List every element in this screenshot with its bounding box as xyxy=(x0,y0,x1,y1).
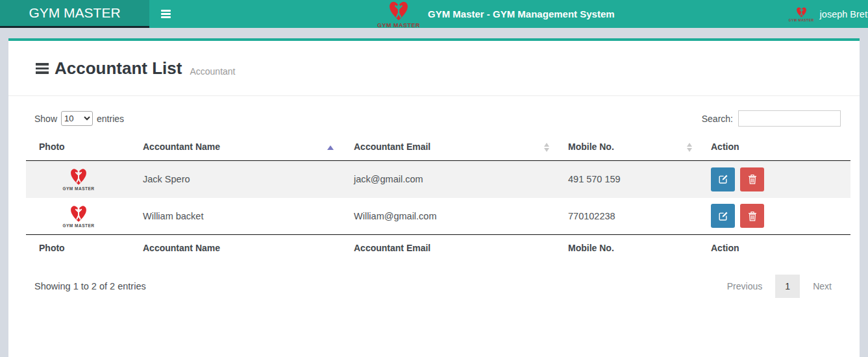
content-card: Accountant List Accountant Show 10 entri… xyxy=(8,38,860,357)
navbar-center: GYM MASTER GYM Master - GYM Management S… xyxy=(377,0,615,28)
column-header-mobile[interactable]: Mobile No. xyxy=(555,135,698,161)
sidebar-toggle-icon[interactable] xyxy=(158,7,173,21)
entries-info: Showing 1 to 2 of 2 entries xyxy=(34,281,146,291)
cell-mobile: 491 570 159 xyxy=(555,161,698,198)
next-page-button[interactable]: Next xyxy=(804,275,841,297)
entries-select[interactable]: 10 xyxy=(61,111,93,126)
app-title: GYM Master - GYM Management System xyxy=(428,8,615,19)
edit-pencil-icon xyxy=(718,211,728,221)
cell-photo: GYM MASTER xyxy=(26,198,130,235)
edit-button[interactable] xyxy=(711,167,735,191)
show-label: Show xyxy=(34,114,57,124)
table-row: GYM MASTER Jack Spero jack@gmail.com 491… xyxy=(26,161,850,198)
heart-logo-icon xyxy=(69,204,88,223)
search-label: Search: xyxy=(702,114,733,124)
heart-logo-icon xyxy=(387,0,410,22)
user-avatar-logo-icon: GYM MASTER xyxy=(789,6,814,22)
sort-ascending-icon xyxy=(327,145,334,150)
user-menu[interactable]: GYM MASTER joseph Brett xyxy=(789,0,868,28)
table-header-row: Photo Accountant Name Accountant Email M… xyxy=(26,135,850,161)
top-navbar: GYM MASTER GYM MASTER GYM Master - GYM M… xyxy=(0,0,868,28)
delete-button[interactable] xyxy=(740,204,764,228)
cell-email: jack@gmail.com xyxy=(341,161,555,198)
cell-actions xyxy=(698,161,850,198)
cell-photo: GYM MASTER xyxy=(26,161,130,198)
table-controls: Show 10 entries Search: xyxy=(8,96,860,135)
accountant-table: Photo Accountant Name Accountant Email M… xyxy=(26,135,850,260)
trash-icon xyxy=(748,174,757,184)
pagination: Previous 1 Next xyxy=(718,275,841,298)
heart-logo-icon xyxy=(795,6,808,18)
cell-email: William@gmail.com xyxy=(341,198,555,235)
cell-name: William backet xyxy=(130,198,341,235)
table-footer: Showing 1 to 2 of 2 entries Previous 1 N… xyxy=(8,260,860,298)
column-header-action: Action xyxy=(698,135,850,161)
page-title: Accountant List xyxy=(55,58,182,79)
search-control: Search: xyxy=(702,110,841,127)
accountant-photo: GYM MASTER xyxy=(39,167,118,191)
page-heading: Accountant List Accountant xyxy=(8,41,860,96)
username-label: joseph Brett xyxy=(820,9,868,19)
edit-pencil-icon xyxy=(718,174,728,184)
page-number-button[interactable]: 1 xyxy=(775,275,800,298)
table-footer-row: Photo Accountant Name Accountant Email M… xyxy=(26,235,850,260)
brand[interactable]: GYM MASTER xyxy=(0,0,149,28)
cell-mobile: 770102238 xyxy=(555,198,698,235)
cell-name: Jack Spero xyxy=(130,161,341,198)
footer-col-name: Accountant Name xyxy=(130,235,341,260)
footer-col-email: Accountant Email xyxy=(341,235,555,260)
logo-caption: GYM MASTER xyxy=(377,23,420,29)
column-header-name[interactable]: Accountant Name xyxy=(130,135,341,161)
delete-button[interactable] xyxy=(740,167,764,191)
page-length-control: Show 10 entries xyxy=(34,111,124,126)
column-header-photo[interactable]: Photo xyxy=(26,135,130,161)
search-input[interactable] xyxy=(738,110,841,127)
trash-icon xyxy=(748,211,757,221)
sort-icon xyxy=(544,143,549,152)
heart-logo-icon xyxy=(69,167,88,186)
entries-label: entries xyxy=(97,114,124,124)
footer-col-action: Action xyxy=(698,235,850,260)
list-icon xyxy=(36,63,49,74)
cell-actions xyxy=(698,198,850,235)
breadcrumb: Accountant xyxy=(190,66,235,77)
footer-col-photo: Photo xyxy=(26,235,130,260)
sort-icon xyxy=(687,143,692,152)
accountant-photo: GYM MASTER xyxy=(39,204,118,228)
column-header-email[interactable]: Accountant Email xyxy=(341,135,555,161)
table-row: GYM MASTER William backet William@gmail.… xyxy=(26,198,850,235)
footer-col-mobile: Mobile No. xyxy=(555,235,698,260)
gym-master-logo-icon: GYM MASTER xyxy=(377,0,420,29)
edit-button[interactable] xyxy=(711,204,735,228)
previous-page-button[interactable]: Previous xyxy=(718,275,771,297)
